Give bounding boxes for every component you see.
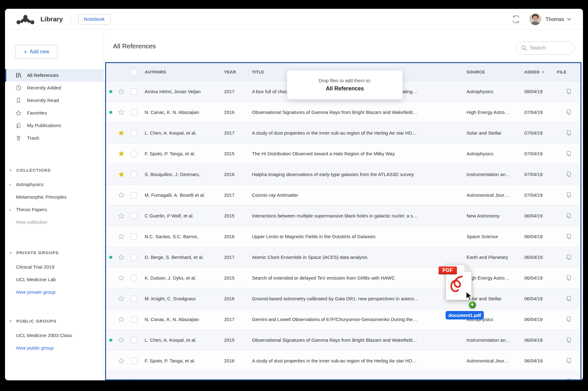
sidebar-item-ucl-medicine-lab[interactable]: UCL Medicine Lab — [5, 273, 104, 286]
sidebar-item-label: Favorites — [27, 110, 47, 116]
row-checkbox[interactable] — [131, 337, 137, 343]
favorite-star-icon[interactable] — [115, 254, 127, 260]
favorite-star-icon[interactable] — [115, 233, 127, 240]
favorite-star-icon[interactable] — [115, 171, 127, 178]
reference-row[interactable]: C Guerlin, P Wolf, et al. 2015 Interacti… — [106, 206, 580, 226]
file-attachment-icon[interactable] — [557, 295, 580, 302]
sidebar-item-recently-added[interactable]: Recently Added — [5, 82, 104, 94]
row-checkbox[interactable] — [131, 130, 137, 136]
favorite-star-icon[interactable] — [115, 130, 127, 136]
cell-source: New Astronomy — [467, 379, 524, 380]
cell-year: 2016 — [224, 358, 252, 363]
sidebar-item-thesis-papers[interactable]: ▸ Thesis Papers — [5, 203, 104, 216]
file-attachment-icon[interactable] — [557, 275, 580, 281]
row-checkbox[interactable] — [131, 109, 137, 115]
row-checkbox[interactable] — [131, 358, 137, 364]
file-attachment-icon[interactable] — [557, 171, 580, 178]
reference-row[interactable]: N. Canac, K. N. Abazajian 2016 Observati… — [106, 102, 580, 123]
column-header-added[interactable]: ADDED▼ — [524, 70, 557, 74]
favorite-star-icon[interactable] — [115, 150, 127, 157]
cell-authors: N. Canac, K. N. Abazajian — [141, 317, 224, 322]
favorite-star-icon[interactable] — [115, 109, 127, 115]
notebook-button[interactable]: Notebook — [78, 14, 110, 24]
sidebar-item-trash[interactable]: Trash — [5, 132, 104, 144]
favorite-star-icon[interactable] — [115, 357, 127, 364]
file-attachment-icon[interactable] — [557, 337, 580, 343]
section-header-public-groups[interactable]: ▾ PUBLIC GROUPS — [5, 315, 104, 327]
section-header-private-groups[interactable]: ▾ PRIVATE GROUPS — [5, 247, 104, 258]
row-checkbox[interactable] — [131, 233, 137, 240]
reference-row[interactable]: M. Knight, C. Snodgrass 2016 Ground-base… — [106, 288, 580, 309]
user-name[interactable]: Thomas — [545, 16, 564, 22]
favorite-star-icon[interactable] — [115, 192, 127, 198]
sidebar-item-ucl-medicine-2003-class[interactable]: UCL Medicine 2003 Class — [5, 329, 104, 342]
reference-row[interactable]: F. Spoto, P. Tanga, et al. 2016 A study … — [106, 351, 580, 371]
select-all-checkbox[interactable] — [131, 69, 137, 75]
reference-row[interactable]: N.C. Santos, S.C. Barros, 2016 Upper Lim… — [106, 226, 580, 247]
reference-row[interactable]: S. Bouquillon, J. Desmars, 2017 The HI D… — [106, 371, 580, 380]
column-header-authors[interactable]: AUTHORS — [141, 70, 224, 74]
sidebar-item-favorites[interactable]: Favorites — [5, 107, 104, 119]
topbar: Library Notebook — [5, 9, 583, 29]
file-attachment-icon[interactable] — [557, 378, 580, 380]
file-attachment-icon[interactable] — [557, 254, 580, 260]
cell-title: Observational Signatures of Gamma Rays f… — [252, 110, 467, 115]
file-attachment-icon[interactable] — [557, 130, 580, 136]
section-header-collections[interactable]: ▾ COLLECTIONS — [5, 164, 104, 176]
reference-row[interactable]: L. Chen, A. Kospal, et al. 2015 Observat… — [106, 330, 580, 351]
reference-row[interactable]: F. Spoto, P. Tanga, et al. 2015 The HI D… — [106, 143, 580, 164]
file-attachment-icon[interactable] — [557, 316, 580, 323]
row-checkbox[interactable] — [131, 378, 137, 381]
cell-year: 2016 — [224, 296, 252, 301]
reference-row[interactable]: S. Bouquillon, J. Desmars, 2016 Halpha i… — [106, 164, 580, 185]
add-new-button[interactable]: + Add new — [15, 45, 57, 59]
file-attachment-icon[interactable] — [557, 88, 580, 95]
file-attachment-icon[interactable] — [557, 109, 580, 115]
cell-added: 06/04/19 — [524, 275, 557, 281]
reference-row[interactable]: L. Chen, A. Kospal, et al. 2017 A study … — [106, 123, 580, 143]
sidebar-item-my-publications[interactable]: My Publications — [5, 119, 104, 132]
row-checkbox[interactable] — [131, 316, 137, 323]
sidebar-item-clinical-trial-2019[interactable]: Clinical Trial 2019 — [5, 261, 104, 273]
column-header-file[interactable]: FILE — [557, 70, 580, 74]
favorite-star-icon[interactable] — [115, 212, 127, 219]
favorite-star-icon[interactable] — [115, 275, 127, 281]
sidebar-item-new-private-group[interactable]: New private group — [5, 286, 104, 298]
sync-icon[interactable] — [511, 15, 521, 24]
file-attachment-icon[interactable] — [557, 192, 580, 198]
row-checkbox[interactable] — [131, 151, 137, 157]
sidebar-item-metamorphic-principles[interactable]: Metamorphic Principles — [5, 191, 104, 203]
row-checkbox[interactable] — [131, 254, 137, 260]
reference-row[interactable]: N. Canac, K. N. Abazajian 2017 Gemini an… — [106, 309, 580, 330]
file-attachment-icon[interactable] — [557, 150, 580, 157]
sidebar-item-recently-read[interactable]: Recently Read — [5, 94, 104, 107]
row-checkbox[interactable] — [131, 275, 137, 281]
chevron-down-icon[interactable] — [567, 18, 571, 21]
reference-row[interactable]: K. Dutson, J. Dyks, et al. 2015 Search o… — [106, 268, 580, 288]
sidebar-item-all-references[interactable]: All References — [5, 69, 104, 82]
favorite-star-icon[interactable] — [115, 88, 127, 95]
favorite-star-icon[interactable] — [115, 337, 127, 343]
sidebar-item-new-collection[interactable]: New collection — [5, 216, 104, 228]
favorite-star-icon[interactable] — [115, 295, 127, 302]
column-header-year[interactable]: YEAR — [224, 70, 252, 74]
column-header-source[interactable]: SOURCE — [467, 70, 524, 74]
sidebar-item-astrophysics[interactable]: ▸ Astrophysics — [5, 178, 104, 191]
file-attachment-icon[interactable] — [557, 357, 580, 364]
caret-down-icon: ▾ — [10, 168, 16, 172]
file-attachment-icon[interactable] — [557, 233, 580, 240]
row-checkbox[interactable] — [131, 296, 137, 302]
row-checkbox[interactable] — [131, 88, 137, 95]
row-checkbox[interactable] — [131, 171, 137, 178]
reference-row[interactable]: M. Fumagalli, A. Boselli et al. 2017 Cos… — [106, 185, 580, 206]
favorite-star-icon[interactable] — [115, 378, 127, 380]
row-checkbox[interactable] — [131, 192, 137, 198]
sidebar-item-new-public-group[interactable]: New public group — [5, 342, 104, 354]
sidebar-item-label: UCL Medicine 2003 Class — [16, 333, 72, 338]
favorite-star-icon[interactable] — [115, 316, 127, 323]
reference-row[interactable]: D. Berge, S. Bernhard, et al. 2017 Atomi… — [106, 247, 580, 268]
file-attachment-icon[interactable] — [557, 212, 580, 219]
search-input[interactable] — [530, 45, 568, 51]
row-checkbox[interactable] — [131, 213, 137, 219]
avatar[interactable] — [529, 13, 541, 25]
